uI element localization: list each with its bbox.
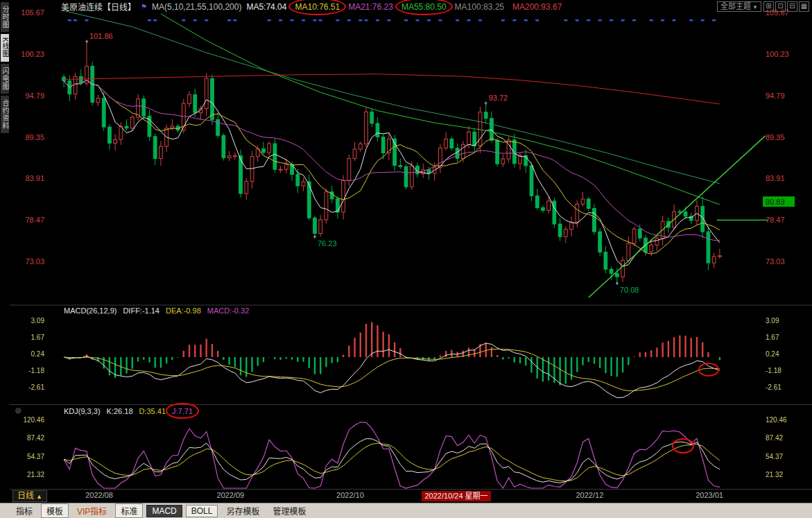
svg-text:-1.18: -1.18 xyxy=(28,367,44,374)
svg-text:76.23: 76.23 xyxy=(318,239,337,248)
chart-header: 美原油连续【日线】 ⚑ MA(5,10,21,55,100,200) MA5:7… xyxy=(61,1,562,12)
svg-text:1.67: 1.67 xyxy=(766,334,779,341)
period-label: 日线 xyxy=(17,491,34,501)
svg-text:73.03: 73.03 xyxy=(25,257,44,266)
symbol-title: 美原油连续【日线】 xyxy=(61,1,136,12)
svg-text:70.08: 70.08 xyxy=(620,286,639,294)
tab-boll[interactable]: BOLL xyxy=(186,505,218,517)
sidebar-item-contract-info[interactable]: 合约资料 xyxy=(1,96,9,133)
svg-text:+: + xyxy=(85,38,88,45)
tab-vip-indicator[interactable]: VIP指标 xyxy=(72,504,112,517)
svg-text:21.32: 21.32 xyxy=(27,471,44,478)
svg-text:21.32: 21.32 xyxy=(766,471,783,478)
svg-text:3.09: 3.09 xyxy=(766,317,779,325)
time-axis-label: 2023/01 xyxy=(696,491,723,499)
triangle-up-icon: ▲ xyxy=(36,493,42,500)
svg-text:87.42: 87.42 xyxy=(766,434,783,442)
ma-value-label: MA10:76.51 xyxy=(295,2,340,12)
event-markers-layer xyxy=(68,19,716,21)
tab-macd[interactable]: MACD xyxy=(146,505,182,517)
ma-value-label: MA5:74.04 xyxy=(246,2,286,12)
svg-text:54.37: 54.37 xyxy=(766,453,783,460)
svg-text:89.35: 89.35 xyxy=(25,133,44,141)
kdj-panel-header: KDJ(9,3,3)K:26.18D:35.41J:7.71 xyxy=(64,407,193,415)
svg-text:73.03: 73.03 xyxy=(766,257,785,266)
layout-icons-group: ⊞⊡⊟▦ xyxy=(763,1,809,12)
tab-manage-template[interactable]: 管理模板 xyxy=(268,504,311,517)
time-axis-label: 2022/12 xyxy=(576,491,604,499)
svg-text:78.47: 78.47 xyxy=(766,216,785,224)
indicator-value-label: K:26.18 xyxy=(107,407,133,415)
svg-text:+: + xyxy=(615,280,619,287)
svg-text:-2.61: -2.61 xyxy=(28,383,44,391)
kdj-layer: 120.46120.4687.4287.4254.3754.3721.3221.… xyxy=(23,416,787,488)
svg-text:83.91: 83.91 xyxy=(766,174,785,182)
svg-text:1.67: 1.67 xyxy=(31,334,45,341)
macd-layer: 3.093.091.671.670.240.24-1.18-1.18-2.61-… xyxy=(28,317,781,398)
ma-values-row: MA5:74.04MA10:76.51MA21:76.23MA55:80.50M… xyxy=(246,2,562,12)
sidebar-item-kline-chart[interactable]: K线图 xyxy=(1,34,9,62)
svg-text:0.24: 0.24 xyxy=(766,350,779,358)
indicator-value-label: J:7.71 xyxy=(172,407,193,415)
time-axis-label: 2022/10 xyxy=(336,491,364,499)
layout-grid-icon[interactable]: ▦ xyxy=(799,1,809,12)
annotation-ellipse xyxy=(699,363,718,376)
svg-text:-2.61: -2.61 xyxy=(766,383,781,391)
time-axis: 2022/082022/092022/102022/10/24 星期一2022/… xyxy=(0,490,812,503)
formula-flag-icon: ⚑ xyxy=(141,3,147,10)
svg-text:120.46: 120.46 xyxy=(23,416,44,424)
svg-text:0.24: 0.24 xyxy=(31,350,45,358)
window-controls: 全部主题▼ ⊞⊡⊟▦ xyxy=(717,1,809,12)
ma-value-label: MA200:93.67 xyxy=(512,2,562,12)
tab-indicator[interactable]: 指标 xyxy=(11,504,37,517)
price-tag: 80.83 xyxy=(763,196,795,207)
indicator-params-label: MACD(26,12,9) xyxy=(64,307,116,315)
sidebar-item-time-share-chart[interactable]: 分时图 xyxy=(1,2,9,32)
indicator-value-label: DIFF:-1.14 xyxy=(123,307,159,315)
app-root: +101.86+76.23+93.72+70.08105.67105.67100… xyxy=(0,0,812,518)
sidebar-item-flash-chart[interactable]: 闪电图 xyxy=(1,64,9,94)
ma-value-label: MA100:83.25 xyxy=(455,2,504,12)
indicator-value-label: DEA:-0.98 xyxy=(166,307,201,315)
chevron-down-icon: ▼ xyxy=(752,4,758,10)
svg-text:89.35: 89.35 xyxy=(766,133,785,141)
time-axis-label: 2022/08 xyxy=(85,491,113,499)
svg-text:87.42: 87.42 xyxy=(27,434,44,442)
indicator-value-label: MACD:-0.32 xyxy=(207,307,250,315)
panel-settings-icon[interactable]: ◎ xyxy=(15,406,21,414)
tab-standard[interactable]: 标准 xyxy=(115,503,143,518)
svg-text:83.91: 83.91 xyxy=(25,174,44,182)
macd-panel-header: MACD(26,12,9)DIFF:-1.14DEA:-0.98MACD:-0.… xyxy=(64,307,249,315)
svg-text:94.79: 94.79 xyxy=(25,92,44,100)
trendlines-layer xyxy=(589,136,768,297)
svg-text:100.23: 100.23 xyxy=(21,50,44,58)
svg-text:78.47: 78.47 xyxy=(25,216,44,224)
selected-date-label: 2022/10/24 星期一 xyxy=(422,491,490,501)
tab-template[interactable]: 模板 xyxy=(41,503,69,518)
svg-text:+: + xyxy=(313,234,316,241)
theme-selector-button[interactable]: 全部主题▼ xyxy=(717,1,761,12)
svg-text:100.23: 100.23 xyxy=(766,50,789,58)
candles-layer xyxy=(62,42,722,284)
indicator-value-label: D:35.41 xyxy=(139,407,166,415)
ma-value-label: MA21:76.23 xyxy=(348,2,393,12)
period-selector-button[interactable]: 日线▲ xyxy=(12,490,47,502)
kline-chart-canvas[interactable]: +101.86+76.23+93.72+70.08105.67105.67100… xyxy=(0,0,812,503)
indicator-params-label: KDJ(9,3,3) xyxy=(64,407,101,415)
svg-text:105.67: 105.67 xyxy=(21,8,44,17)
layout-quad-icon[interactable]: ⊞ xyxy=(763,1,774,12)
time-axis-label: 2022/09 xyxy=(216,491,244,499)
svg-text:93.72: 93.72 xyxy=(489,94,508,102)
svg-text:54.37: 54.37 xyxy=(27,453,44,460)
layout-single-icon[interactable]: ⊡ xyxy=(775,1,786,12)
svg-text:80.83: 80.83 xyxy=(766,198,785,206)
svg-text:+: + xyxy=(484,100,487,107)
svg-text:120.46: 120.46 xyxy=(766,416,787,424)
svg-text:101.86: 101.86 xyxy=(89,32,113,40)
layout-rows-icon[interactable]: ⊟ xyxy=(787,1,797,12)
left-sidebar: 分时图K线图闪电图合约资料 xyxy=(0,0,10,503)
ma-group-label: MA(5,10,21,55,100,200) xyxy=(152,2,241,12)
tab-save-template[interactable]: 另存模板 xyxy=(221,504,264,517)
svg-text:3.09: 3.09 xyxy=(31,317,45,325)
theme-selector-label: 全部主题 xyxy=(720,2,751,10)
